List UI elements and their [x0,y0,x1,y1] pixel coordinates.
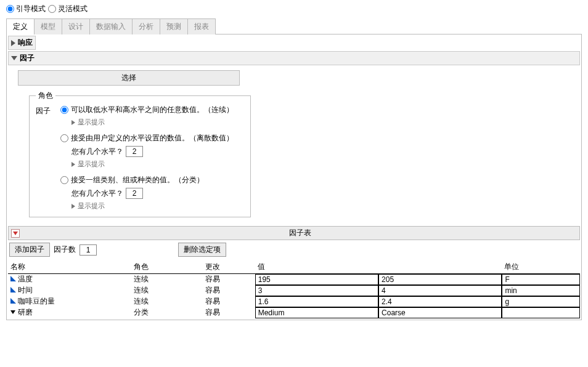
value-unit[interactable]: min [502,285,580,296]
mode-flexible-input[interactable] [48,5,56,13]
col-change[interactable]: 更改 [203,260,255,274]
factor-type-categorical[interactable] [60,176,68,184]
chevron-right-icon [71,204,75,209]
tab-pane: 响应 因子 选择 角色 因子 可以取低水平和高水平之间的任意数值。（连续） [6,34,582,320]
factor-table: 名称 角色 更改 值 单位 温度连续容易195205F时间连续容易34min咖啡… [8,260,580,318]
col-role[interactable]: 角色 [131,260,203,274]
table-row[interactable]: 温度连续容易195205F [8,274,580,285]
value-unit[interactable]: F [502,274,580,285]
hint-label: 显示提示 [78,159,105,169]
factor-table-title: 因子表 [23,228,577,238]
continuous-icon [10,287,16,292]
chevron-right-icon [11,40,15,46]
continuous-icon [10,298,16,304]
factor-name: 温度 [18,275,33,283]
mode-guided-label: 引导模式 [16,4,46,14]
value-high[interactable]: 4 [378,285,502,296]
value-low[interactable]: Medium [255,307,378,318]
section-factor-label: 因子 [20,53,35,63]
tab-report[interactable]: 报表 [187,18,216,34]
levels-ask-2: 您有几个水平？ [71,147,123,157]
factor-type-continuous-label: 可以取低水平和高水平之间的任意数值。（连续） [71,105,234,115]
table-row[interactable]: 时间连续容易34min [8,285,580,296]
value-high[interactable]: 2.4 [378,296,502,307]
factor-change: 容易 [203,296,255,307]
factor-row-label: 因子 [36,105,60,116]
hint-toggle-1[interactable]: 显示提示 [71,118,244,127]
factor-count-label: 因子数 [54,244,76,255]
value-high[interactable]: 205 [378,274,502,285]
mode-flexible-radio[interactable]: 灵活模式 [48,4,88,14]
factor-type-continuous[interactable] [60,106,68,114]
section-response-label: 响应 [18,38,33,48]
factor-count-input[interactable] [80,244,97,256]
continuous-icon [10,276,16,281]
tab-model[interactable]: 模型 [34,18,62,34]
value-low[interactable]: 3 [255,285,378,296]
factor-type-categorical-label: 接受一组类别、组或种类的值。（分类） [71,175,204,185]
mode-flexible-label: 灵活模式 [58,4,88,14]
levels-input-3[interactable] [126,188,143,199]
section-factor[interactable]: 因子 [8,51,580,65]
select-button[interactable]: 选择 [18,70,240,86]
delete-selected-button[interactable]: 删除选定项 [178,243,226,257]
chevron-down-icon [13,232,18,235]
factor-role: 分类 [131,307,203,318]
factor-role: 连续 [131,296,203,307]
mode-guided-radio[interactable]: 引导模式 [6,4,46,14]
chevron-down-icon [10,310,15,315]
tab-define[interactable]: 定义 [6,18,35,34]
factor-name: 研磨 [18,308,33,317]
factor-change: 容易 [203,307,255,318]
hint-label: 显示提示 [78,118,105,127]
factor-change: 容易 [203,285,255,296]
chevron-right-icon [71,120,75,125]
factor-change: 容易 [203,274,255,285]
levels-ask-3: 您有几个水平？ [71,188,123,199]
factor-table-disclosure[interactable] [11,229,20,238]
tab-datain[interactable]: 数据输入 [89,18,133,34]
add-factor-button[interactable]: 添加因子 [9,243,50,257]
value-low[interactable]: 195 [255,274,378,285]
factor-name: 时间 [18,286,33,294]
col-unit[interactable]: 单位 [502,260,580,274]
factor-name: 咖啡豆的量 [18,297,55,305]
value-unit[interactable]: g [502,296,580,307]
factor-role: 连续 [131,274,203,285]
role-legend: 角色 [36,91,55,101]
mode-guided-input[interactable] [6,5,14,13]
role-fieldset: 角色 因子 可以取低水平和高水平之间的任意数值。（连续） 显示提示 [29,91,251,217]
tab-analyze[interactable]: 分析 [132,18,160,34]
chevron-right-icon [71,162,75,167]
value-low[interactable]: 1.6 [255,296,378,307]
value-unit[interactable] [502,307,580,318]
tab-predict[interactable]: 预测 [160,18,188,34]
section-response[interactable]: 响应 [8,36,36,50]
col-name[interactable]: 名称 [8,260,131,274]
hint-label: 显示提示 [78,201,105,211]
hint-toggle-3[interactable]: 显示提示 [71,201,244,211]
value-high[interactable]: Coarse [378,307,502,318]
levels-input-2[interactable] [126,146,143,157]
hint-toggle-2[interactable]: 显示提示 [71,159,244,169]
chevron-down-icon [11,56,17,60]
tab-design[interactable]: 设计 [62,18,90,34]
table-row[interactable]: 咖啡豆的量连续容易1.62.4g [8,296,580,307]
factor-role: 连续 [131,285,203,296]
table-row[interactable]: 研磨分类容易MediumCoarse [8,307,580,318]
tabstrip: 定义 模型 设计 数据输入 分析 预测 报表 [6,18,582,34]
factor-type-discrete-label: 接受由用户定义的水平设置的数值。（离散数值） [71,133,234,143]
col-value[interactable]: 值 [255,260,502,274]
factor-type-discrete[interactable] [60,134,68,142]
